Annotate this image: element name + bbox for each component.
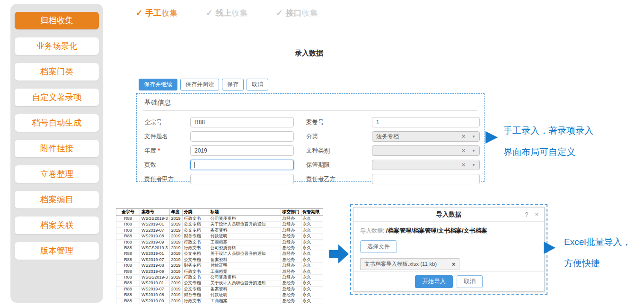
sidebar-item-2[interactable]: 业务场景化: [15, 37, 99, 55]
tab-online-collect[interactable]: ✓线上收集: [206, 8, 247, 18]
column-header: 全宗号: [116, 208, 140, 216]
tab-label-rest: 收集: [302, 9, 318, 18]
table-row: R88WS2019-082019财务专档付款证明总经办永久: [116, 292, 323, 298]
table-cell: 2019: [169, 251, 182, 257]
table-cell: 2019: [169, 245, 182, 251]
table-cell: R88: [116, 234, 140, 239]
dialog-header: 导入数据 ?×: [353, 208, 544, 222]
table-cell: 总经办: [281, 227, 301, 233]
table-cell: 2019: [169, 234, 182, 239]
table-cell: R88: [116, 275, 140, 280]
file-name: 文书档案导入模板.xlsx (11 kb): [364, 261, 452, 268]
sidebar-item-8[interactable]: 档案编目: [15, 191, 99, 208]
table-cell: 付款证明: [209, 263, 281, 269]
table-cell: 永久: [301, 234, 323, 239]
sidebar-item-4[interactable]: 自定义著录项: [15, 89, 99, 106]
input-party-b[interactable]: [372, 174, 480, 184]
input-fond-no[interactable]: R88: [190, 117, 294, 127]
start-import-button[interactable]: 开始导入: [415, 275, 453, 288]
table-cell: 行政文书: [182, 275, 209, 280]
field-label-volume-no: 案卷号: [294, 118, 372, 126]
close-icon[interactable]: ×: [535, 211, 538, 218]
table-cell: WSGS2019-3: [140, 216, 170, 222]
remove-file-icon[interactable]: ×: [452, 261, 455, 268]
sidebar-item-9[interactable]: 档案关联: [15, 217, 99, 234]
cancel-button[interactable]: 取消: [247, 79, 268, 90]
sidebar-item-3[interactable]: 档案门类: [15, 63, 99, 81]
table-cell: 总经办: [281, 269, 301, 274]
table-cell: 总经办: [281, 292, 301, 298]
tab-label-rest: 收集: [161, 9, 177, 18]
table-cell: 财务专档: [182, 234, 209, 239]
table-cell: 行政文书: [182, 239, 209, 245]
save-continue-button[interactable]: 保存并继续: [139, 79, 177, 90]
table-cell: WS2019-09: [140, 298, 170, 304]
import-path-value: /档案管理/档案管理/文书档案/文书档案: [386, 227, 487, 234]
save-read-button[interactable]: 保存并阅读: [180, 79, 219, 90]
input-volume-no[interactable]: 1: [372, 117, 480, 127]
input-party-a[interactable]: [190, 174, 294, 184]
choose-file-button[interactable]: 选择文件: [360, 240, 397, 253]
sidebar-item-6[interactable]: 附件挂接: [15, 140, 99, 157]
cancel-import-button[interactable]: 取消: [457, 275, 483, 288]
table-cell: WS2019-08: [140, 292, 170, 298]
caret-down-icon[interactable]: ▼: [472, 163, 476, 167]
tab-manual-collect[interactable]: ✓手工收集: [136, 8, 177, 18]
table-cell: WS2019-07: [140, 227, 170, 233]
page: 归档收集业务场景化档案门类自定义著录项档号自动生成附件挂接立卷整理档案编目档案关…: [0, 0, 644, 307]
table-cell: 总经办: [281, 234, 301, 239]
check-icon: ✓: [276, 9, 283, 18]
table-cell: 永久: [301, 298, 323, 304]
table-cell: 永久: [301, 227, 323, 233]
input-value: R88: [194, 119, 205, 126]
arrow-right-icon: [485, 131, 498, 144]
save-button[interactable]: 保存: [222, 79, 244, 90]
column-header: 分类: [182, 208, 209, 216]
form-annotation-line2: 界面布局可自定义: [503, 147, 593, 156]
clear-icon[interactable]: ×: [462, 147, 465, 154]
table-cell: 关于设计人员职位晋升的通知: [209, 251, 281, 257]
dialog-footer: 开始导入取消: [353, 271, 544, 291]
tab-api-collect[interactable]: ✓接口收集: [276, 8, 318, 18]
table-cell: 永久: [301, 275, 323, 280]
sidebar-item-7[interactable]: 立卷整理: [15, 165, 99, 183]
table-cell: 永久: [301, 286, 323, 292]
clear-icon[interactable]: ×: [462, 162, 465, 168]
input-value: 1: [376, 119, 379, 126]
table-row: R88WS2019-092019行政文书工商档案总经办永久: [116, 269, 323, 274]
table-cell: 财务专档: [182, 292, 209, 298]
caret-down-icon[interactable]: ▼: [472, 135, 476, 139]
clear-icon[interactable]: ×: [462, 133, 465, 140]
input-year[interactable]: 2019: [190, 145, 294, 156]
table-cell: 2019: [169, 227, 182, 233]
table-cell: 总经办: [281, 263, 301, 269]
table-cell: 2019: [169, 269, 182, 274]
input-doc-title[interactable]: [190, 131, 294, 142]
table-cell: 永久: [301, 251, 323, 257]
field-label-doc-type: 文种类别: [294, 147, 372, 155]
table-cell: 永久: [301, 245, 323, 251]
tabs: ✓手工收集✓线上收集✓接口收集: [136, 8, 318, 18]
table-cell: 永久: [301, 216, 323, 222]
caret-down-icon[interactable]: ▼: [472, 149, 476, 153]
text-cursor: [194, 162, 195, 168]
table-cell: R88: [116, 257, 140, 262]
table-cell: 总经办: [281, 216, 301, 222]
records-table: 全宗号案卷号年度分类标题移交部门保管期限 R88WSGS2019-32019行政…: [116, 208, 323, 304]
sidebar-item-10[interactable]: 版本管理: [15, 242, 99, 260]
table-cell: 总经办: [281, 257, 301, 262]
table-cell: 总经办: [281, 275, 301, 280]
field-label-party-a: 责任者甲方: [143, 175, 190, 183]
select-doc-type[interactable]: ×▼: [372, 145, 480, 156]
field-label-pages: 页数: [143, 161, 190, 169]
column-header: 标题: [209, 208, 281, 216]
help-icon[interactable]: ?: [525, 211, 528, 218]
records-table-wrap: 全宗号案卷号年度分类标题移交部门保管期限 R88WSGS2019-32019行政…: [116, 208, 323, 304]
sidebar-item-1[interactable]: 归档收集: [15, 12, 99, 29]
table-cell: 行政文书: [182, 216, 209, 222]
table-header-row: 全宗号案卷号年度分类标题移交部门保管期限: [116, 208, 323, 216]
select-category[interactable]: 法务专档×▼: [372, 131, 480, 142]
sidebar-item-5[interactable]: 档号自动生成: [15, 114, 99, 132]
select-retention[interactable]: ×▼: [372, 160, 480, 170]
input-pages[interactable]: [190, 160, 294, 170]
